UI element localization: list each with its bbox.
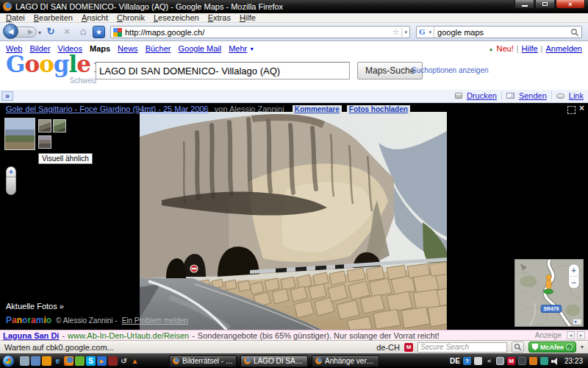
- web-search-input[interactable]: [434, 28, 570, 37]
- firefox-icon[interactable]: [64, 356, 74, 366]
- visually-similar-tooltip: Visuell ähnlich: [38, 153, 93, 164]
- taskbar-button[interactable]: LAGO DI SAN DOM...: [240, 355, 308, 367]
- page-content: WebBilderVideosMapsNewsBücherGoogle Mail…: [0, 41, 588, 330]
- panoramio-logo[interactable]: Panoramio: [6, 315, 51, 325]
- taskbar-button[interactable]: Bilderrätsel - Wo ist ...: [169, 355, 237, 367]
- zoom-in-button[interactable]: +: [6, 166, 16, 177]
- reload-icon[interactable]: ↻: [44, 26, 57, 37]
- photo-title-link[interactable]: Gole del Sagittario - Foce Giardino (94m…: [6, 105, 209, 113]
- bookmarks-icon[interactable]: ★: [93, 26, 105, 38]
- google-maps-logo: Googlemaps Schweiz: [6, 53, 93, 77]
- internet-explorer-icon[interactable]: e: [53, 356, 62, 366]
- minimap-zoom-in[interactable]: +: [572, 266, 576, 275]
- url-bar[interactable]: ☆ ▾: [110, 26, 410, 38]
- language-indicator[interactable]: DE: [450, 357, 460, 365]
- mcafee-tray-icon[interactable]: M: [507, 357, 515, 365]
- ad-next-icon[interactable]: ▸: [577, 331, 585, 339]
- skype-icon[interactable]: S: [86, 356, 96, 366]
- account-links: ▲ Neu! | Hilfe | Anmelden: [489, 44, 582, 53]
- vlc-icon[interactable]: ▲: [130, 356, 140, 366]
- taskbar-button[interactable]: Anhänge verwalten ...: [312, 355, 379, 367]
- photo-thumbnail[interactable]: [38, 119, 51, 132]
- task-buttons: Bilderrätsel - Wo ist ...LAGO DI SAN DOM…: [169, 355, 379, 367]
- sidebar-collapse-button[interactable]: »: [1, 91, 13, 101]
- status-text: Warten auf cbk0.google.com...: [4, 343, 114, 352]
- volume-icon[interactable]: [551, 357, 559, 365]
- history-dropdown-icon[interactable]: ▾: [38, 29, 41, 36]
- url-input[interactable]: [125, 28, 390, 37]
- close-photo-icon[interactable]: ×: [579, 103, 584, 113]
- google-link-maps[interactable]: Maps: [90, 44, 110, 53]
- green-app-icon[interactable]: [75, 356, 85, 366]
- send-link[interactable]: Senden: [519, 91, 547, 100]
- google-link-mehr[interactable]: Mehr: [229, 44, 247, 53]
- minimap[interactable]: SR479 + −: [514, 259, 584, 327]
- red-app-icon[interactable]: [108, 356, 118, 366]
- ad-title-link[interactable]: Laguna San Di: [3, 331, 59, 340]
- start-button[interactable]: [2, 355, 15, 367]
- ad-prev-icon[interactable]: ◂: [567, 331, 575, 339]
- google-link-google-mail[interactable]: Google Mail: [178, 44, 221, 53]
- bookmark-star-icon[interactable]: ☆: [392, 27, 400, 37]
- search-options-link[interactable]: Suchoptionen anzeigen: [412, 66, 489, 74]
- minimize-button[interactable]: [514, 0, 534, 9]
- collapse-arrow-icon[interactable]: <: [485, 357, 493, 365]
- url-dropdown-icon[interactable]: ▾: [404, 29, 407, 35]
- report-problem-link[interactable]: Ein Problem melden: [122, 316, 188, 325]
- firefox-icon: [3, 2, 12, 11]
- search-engine-selector[interactable]: G ▾: [417, 26, 434, 38]
- photo-thumbnail[interactable]: [4, 118, 35, 150]
- menu-extras[interactable]: Extras: [204, 13, 235, 22]
- zoom-slider[interactable]: [6, 177, 16, 195]
- recent-photos-link[interactable]: Aktuelle Fotos »: [6, 302, 64, 311]
- photo-thumbnail[interactable]: [53, 119, 66, 132]
- secure-search-input[interactable]: [417, 342, 507, 353]
- search-engine-box[interactable]: G ▾: [416, 26, 582, 38]
- secure-search-button[interactable]: [512, 342, 524, 353]
- mcafee-dropdown-icon[interactable]: ▾: [581, 344, 584, 350]
- menu-hilfe[interactable]: Hilfe: [235, 13, 260, 22]
- photo-thumbnail[interactable]: [38, 135, 51, 149]
- display-icon[interactable]: [496, 357, 504, 365]
- gray-app-icon[interactable]: [518, 357, 526, 365]
- sync-icon[interactable]: ↺: [119, 356, 129, 366]
- google-engine-icon: G: [419, 28, 426, 36]
- menu-ansicht[interactable]: Ansicht: [77, 13, 112, 22]
- small-app-icon[interactable]: [474, 357, 482, 365]
- help-icon[interactable]: ?: [463, 357, 471, 365]
- search-magnifier-icon[interactable]: [570, 28, 579, 37]
- back-button[interactable]: ◀: [3, 24, 18, 39]
- google-link-bücher[interactable]: Bücher: [146, 44, 171, 53]
- signin-link[interactable]: Anmelden: [545, 44, 582, 53]
- menu-chronik[interactable]: Chronik: [112, 13, 149, 22]
- mcafee-siteadvisor-button[interactable]: McAfee ✓: [528, 342, 576, 353]
- close-button[interactable]: ×: [556, 0, 585, 9]
- window-switcher-icon[interactable]: [31, 356, 40, 366]
- update-icon[interactable]: [529, 357, 537, 365]
- menu-datei[interactable]: Datei: [1, 13, 29, 22]
- minimap-zoom-out[interactable]: −: [572, 278, 576, 287]
- magnifier-icon: [514, 343, 522, 351]
- show-desktop-icon[interactable]: [20, 356, 29, 366]
- network-icon[interactable]: [540, 357, 548, 365]
- region-label: Schweiz: [70, 77, 97, 85]
- panoramio-photo[interactable]: [140, 112, 447, 330]
- media-player-icon[interactable]: ▸: [97, 356, 107, 366]
- print-link[interactable]: Drucken: [467, 91, 497, 100]
- help-link[interactable]: Hilfe: [522, 44, 538, 53]
- minimap-zoom-control[interactable]: + −: [568, 264, 579, 289]
- road-label-badge: SR479: [541, 305, 561, 313]
- upload-photos-link[interactable]: Fotos hochladen: [347, 105, 410, 113]
- stop-icon[interactable]: ×: [60, 26, 74, 37]
- menu-lesezeichen[interactable]: Lesezeichen: [149, 13, 204, 22]
- home-icon[interactable]: ⌂: [76, 25, 90, 37]
- comments-link[interactable]: Kommentare: [293, 105, 342, 113]
- google-link-news[interactable]: News: [118, 44, 138, 53]
- menu-bearbeiten[interactable]: Bearbeiten: [29, 13, 77, 22]
- maximize-button[interactable]: [535, 0, 555, 9]
- link-link[interactable]: Link: [569, 91, 584, 100]
- maps-search-input[interactable]: [96, 62, 350, 79]
- fullscreen-icon[interactable]: [567, 106, 576, 114]
- task-label: Bilderrätsel - Wo ist ...: [182, 357, 233, 365]
- clock-gadget-icon[interactable]: [42, 356, 51, 366]
